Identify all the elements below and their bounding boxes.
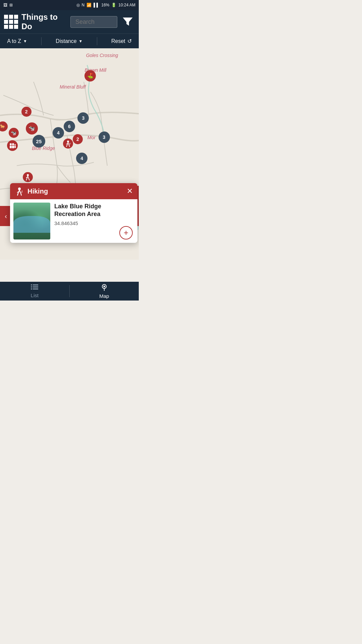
golf-marker[interactable]: ⛳ [84, 70, 96, 82]
map-container[interactable]: Goles Crossing Brown Mill Mineral Bluff … [0, 48, 139, 260]
hiker-marker-2[interactable] [23, 172, 33, 182]
cluster-marker-25[interactable]: 25 [33, 135, 45, 148]
map-nav-icon [101, 283, 108, 292]
svg-text:🐄: 🐄 [11, 130, 17, 136]
poi-title: Lake Blue Ridge Recreation Area [54, 203, 134, 218]
map-nav-item[interactable]: Map [70, 282, 139, 301]
add-icon: + [124, 228, 128, 237]
svg-marker-0 [123, 18, 132, 25]
svg-line-26 [28, 176, 29, 179]
svg-line-47 [22, 191, 22, 193]
cluster-marker-4b[interactable]: 4 [76, 153, 87, 164]
svg-text:🐎: 🐎 [0, 124, 6, 129]
reset-icon: ↺ [127, 38, 132, 44]
map-nav-label: Map [99, 293, 109, 299]
reset-button[interactable]: Reset ↺ [111, 38, 132, 44]
battery-icon: 🔋 [111, 3, 116, 7]
list-nav-label: List [31, 292, 39, 298]
bottom-navigation: List Map [0, 282, 139, 301]
svg-line-44 [17, 193, 18, 196]
svg-point-55 [103, 286, 105, 287]
sort-distance-button[interactable]: Distance ▼ [56, 38, 82, 44]
cluster-marker-3b[interactable]: 3 [99, 131, 110, 143]
svg-line-21 [69, 145, 70, 147]
popup-hiker-icon [15, 186, 24, 196]
svg-text:🐄: 🐄 [28, 125, 35, 131]
svg-point-11 [10, 143, 12, 145]
popup-content: Lake Blue Ridge Recreation Area 34.84634… [10, 199, 137, 243]
poi-image-water [13, 216, 50, 233]
svg-line-43 [19, 190, 21, 193]
svg-rect-16 [14, 146, 16, 148]
svg-line-27 [26, 179, 27, 180]
red-marker-2a[interactable]: 2 [21, 107, 32, 117]
svg-rect-53 [33, 288, 38, 289]
sort-divider-1 [41, 37, 42, 45]
sort-divider-2 [97, 37, 97, 45]
sort-az-button[interactable]: A to Z ▼ [7, 38, 27, 44]
search-input[interactable] [70, 16, 117, 28]
svg-rect-14 [10, 146, 12, 148]
app-header: Things to Do [0, 10, 139, 34]
svg-point-13 [14, 144, 16, 146]
svg-rect-52 [31, 288, 32, 289]
svg-line-19 [68, 143, 69, 145]
svg-line-45 [21, 193, 21, 196]
svg-line-23 [70, 143, 70, 145]
sort-distance-arrow: ▼ [79, 39, 83, 44]
battery-level: 16% [101, 3, 109, 7]
add-to-list-button[interactable]: + [119, 226, 133, 239]
grid-icon: ⊞ [9, 3, 13, 7]
sort-distance-label: Distance [56, 38, 76, 44]
poi-coordinates: 34.846345 [54, 220, 134, 226]
cow-marker-1[interactable]: 🐄 [9, 128, 19, 138]
popup-close-button[interactable]: ✕ [127, 187, 133, 196]
poi-popup-card: Hiking ✕ Lake Blue Ridge Recreation Area… [10, 183, 137, 243]
time-display: 10:24 AM [118, 3, 135, 7]
list-nav-icon [31, 284, 38, 292]
grid-menu-icon[interactable] [4, 15, 18, 29]
cluster-marker-6[interactable]: 6 [64, 121, 75, 132]
status-left-icons: 🖼 ⊞ [3, 3, 13, 7]
signal-icon: ▌▌ [94, 3, 99, 7]
svg-rect-51 [33, 286, 38, 287]
reset-label: Reset [111, 38, 125, 44]
svg-point-24 [27, 174, 29, 176]
wifi-icon: 📶 [86, 3, 92, 7]
filter-button[interactable] [121, 14, 135, 30]
sort-az-arrow: ▼ [23, 39, 27, 44]
list-nav-item[interactable]: List [0, 282, 69, 301]
popup-header: Hiking ✕ [10, 183, 137, 199]
family-marker[interactable] [7, 140, 18, 151]
svg-point-17 [67, 141, 69, 143]
svg-rect-50 [31, 286, 32, 287]
status-bar: 🖼 ⊞ ◎ N 📶 ▌▌ 16% 🔋 10:24 AM [0, 0, 139, 10]
location-icon: ◎ [76, 3, 80, 7]
svg-point-12 [12, 143, 14, 145]
poi-info[interactable]: Lake Blue Ridge Recreation Area 34.84634… [54, 203, 134, 226]
sort-az-label: A to Z [7, 38, 21, 44]
red-marker-2b[interactable]: 2 [73, 134, 83, 144]
cluster-marker-3a[interactable]: 3 [77, 112, 89, 124]
cow-marker-2[interactable]: 🐄 [26, 122, 38, 135]
popup-category: Hiking [27, 187, 123, 195]
sort-bar: A to Z ▼ Distance ▼ Reset ↺ [0, 34, 139, 48]
photo-icon: 🖼 [3, 3, 7, 7]
svg-point-41 [18, 187, 21, 190]
cluster-marker-4a[interactable]: 4 [53, 127, 64, 139]
hiker-marker-1[interactable] [63, 139, 73, 149]
svg-line-20 [66, 145, 67, 147]
svg-rect-15 [12, 146, 14, 148]
svg-rect-48 [31, 284, 32, 285]
svg-rect-49 [33, 284, 38, 285]
svg-line-28 [29, 179, 29, 180]
page-title: Things to Do [21, 12, 67, 31]
nfc-icon: N [82, 3, 85, 7]
poi-image [13, 203, 50, 239]
